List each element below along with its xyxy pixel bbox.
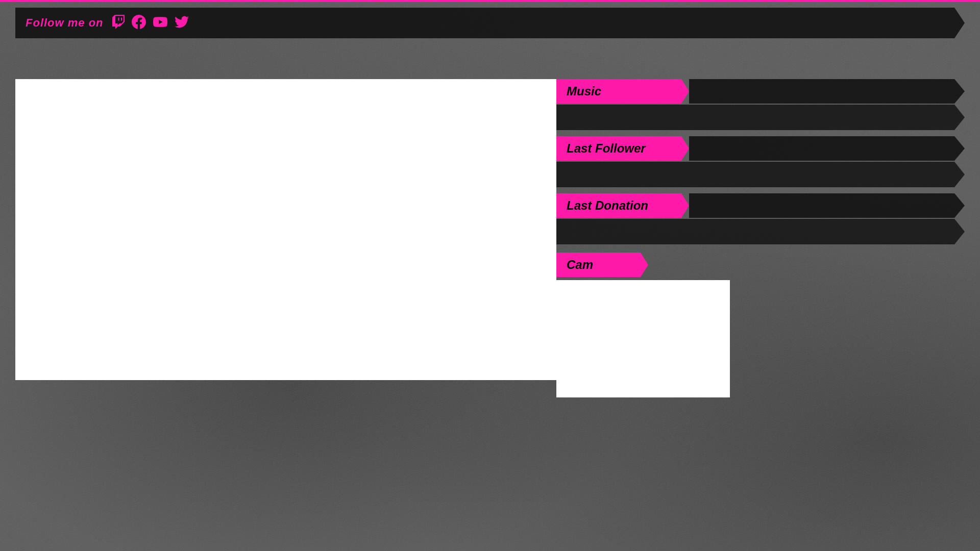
last-follower-widget: Last Follower — [556, 136, 965, 187]
music-widget: Music — [556, 79, 965, 130]
last-donation-label: Last Donation — [556, 193, 689, 218]
last-follower-label: Last Follower — [556, 136, 689, 161]
cam-widget-header: Cam — [556, 253, 965, 277]
top-accent-line — [0, 0, 980, 2]
music-widget-header: Music — [556, 79, 965, 104]
music-content — [556, 105, 965, 130]
cam-content — [556, 280, 730, 397]
page-wrapper: Follow me on — [0, 0, 980, 551]
last-follower-content — [556, 162, 965, 187]
facebook-icon[interactable] — [132, 15, 146, 31]
last-donation-widget-header: Last Donation — [556, 193, 965, 218]
youtube-icon[interactable] — [152, 15, 168, 31]
follow-text: Follow me on — [26, 16, 104, 30]
last-follower-widget-header: Last Follower — [556, 136, 965, 161]
last-follower-bar — [689, 136, 965, 161]
right-panel: Music Last Follower Last Donation Cam — [556, 79, 965, 397]
last-donation-content — [556, 219, 965, 244]
main-content-area — [15, 79, 556, 380]
social-icons — [111, 15, 189, 31]
top-bar: Follow me on — [15, 8, 965, 38]
cam-label: Cam — [556, 253, 648, 277]
twitter-icon[interactable] — [175, 15, 189, 31]
last-donation-widget: Last Donation — [556, 193, 965, 244]
cam-widget: Cam — [556, 253, 965, 397]
music-label: Music — [556, 79, 689, 104]
last-donation-bar — [689, 193, 965, 218]
music-bar — [689, 79, 965, 104]
twitch-icon[interactable] — [111, 15, 126, 31]
